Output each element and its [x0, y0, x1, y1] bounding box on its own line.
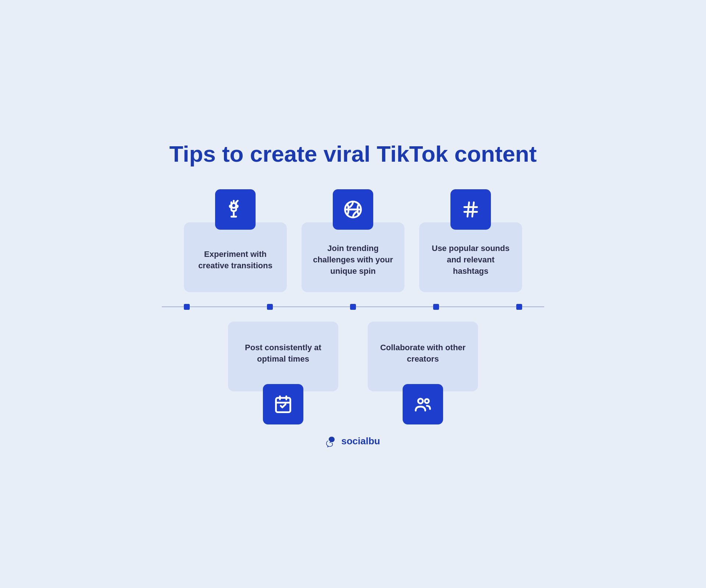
svg-line-9 — [467, 202, 469, 216]
hashtags-text-box: Use popular sounds and relevant hashtags — [419, 222, 522, 292]
card-hashtags: Use popular sounds and relevant hashtags — [419, 189, 522, 292]
page-title: Tips to create viral TikTok content — [169, 141, 536, 167]
post-consistently-text: Post consistently at optimal times — [237, 342, 329, 365]
transitions-text-box: Experiment with creative transitions — [184, 222, 287, 292]
calendar-icon-box — [263, 384, 303, 424]
microscope-icon — [226, 200, 245, 219]
hashtag-icon — [461, 200, 480, 219]
card-transitions: Experiment with creative transitions — [184, 189, 287, 292]
brand-name: socialbu — [341, 435, 380, 447]
timeline — [162, 300, 544, 314]
users-icon-box — [403, 384, 443, 424]
basketball-icon — [343, 200, 363, 219]
collaborate-text-box: Collaborate with other creators — [368, 322, 478, 391]
timeline-dot-3 — [350, 304, 356, 310]
svg-rect-11 — [276, 398, 290, 412]
timeline-dots — [162, 304, 544, 310]
footer: socialbu — [326, 435, 380, 447]
post-consistently-text-box: Post consistently at optimal times — [228, 322, 338, 391]
svg-line-4 — [236, 201, 238, 202]
timeline-dot-2 — [267, 304, 273, 310]
calendar-icon — [274, 395, 293, 414]
users-icon — [413, 395, 432, 414]
bottom-cards-row: Post consistently at optimal times Colla… — [162, 322, 544, 417]
transitions-text: Experiment with creative transitions — [193, 249, 278, 272]
svg-line-10 — [472, 202, 474, 216]
challenges-icon-box — [333, 189, 373, 230]
timeline-dot-4 — [433, 304, 439, 310]
infographic-container: Tips to create viral TikTok content — [132, 119, 574, 469]
challenges-text: Join trending challenges with your uniqu… — [310, 243, 396, 277]
hashtags-icon-box — [450, 189, 491, 230]
timeline-dot-1 — [184, 304, 190, 310]
timeline-dot-5 — [516, 304, 522, 310]
card-collaborate: Collaborate with other creators — [368, 322, 478, 417]
svg-point-2 — [231, 203, 236, 208]
card-post-consistently: Post consistently at optimal times — [228, 322, 338, 417]
challenges-text-box: Join trending challenges with your uniqu… — [302, 222, 404, 292]
svg-point-16 — [425, 399, 429, 403]
hashtags-text: Use popular sounds and relevant hashtags — [428, 243, 513, 277]
svg-point-15 — [418, 398, 423, 403]
card-challenges: Join trending challenges with your uniqu… — [302, 189, 404, 292]
socialbu-logo-icon — [326, 435, 338, 447]
collaborate-text: Collaborate with other creators — [377, 342, 469, 365]
top-cards-row: Experiment with creative transitions Joi… — [162, 189, 544, 292]
transitions-icon-box — [215, 189, 256, 230]
